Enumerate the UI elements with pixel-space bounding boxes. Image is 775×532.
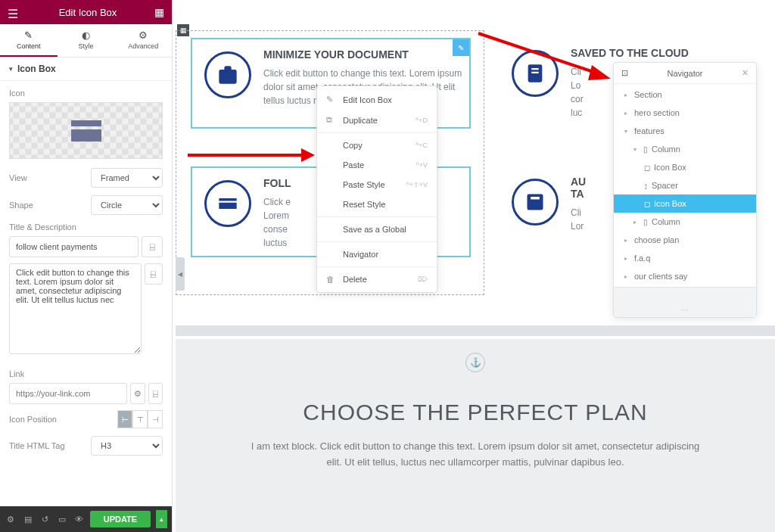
spacer-icon: ↨ xyxy=(644,182,648,190)
sidebar-footer: ⚙ ▤ ↺ ▭ 👁 UPDATE ▴ xyxy=(0,506,172,532)
sidebar-body: Icon ViewFramed ShapeCircle Title & Desc… xyxy=(0,81,172,506)
widgets-icon[interactable] xyxy=(154,5,164,19)
nav-item-clients[interactable]: ▸our clients say xyxy=(614,267,756,285)
update-dropdown[interactable]: ▴ xyxy=(156,510,167,528)
column-icon: ▯ xyxy=(643,145,648,154)
pencil-icon: ✎ xyxy=(326,95,338,104)
icon-circle xyxy=(204,51,251,98)
widget-icon: ◻ xyxy=(644,163,650,172)
ctx-save-global[interactable]: Save as a Global xyxy=(317,219,437,239)
icon-circle xyxy=(512,50,559,97)
dynamic-link-button[interactable]: ⌸ xyxy=(148,383,163,404)
navigator-button[interactable]: ▤ xyxy=(22,512,35,527)
nav-item-iconbox[interactable]: ◻Icon Box xyxy=(614,158,756,176)
label-titledesc: Title & Description xyxy=(9,222,163,232)
collapse-sidebar-button[interactable]: ◀ xyxy=(176,257,185,291)
duplicate-icon: ⧉ xyxy=(326,115,338,125)
ctx-edit[interactable]: ✎Edit Icon Box xyxy=(317,89,437,110)
update-button[interactable]: UPDATE xyxy=(90,511,151,527)
ctx-paste[interactable]: Paste^+V xyxy=(317,155,437,175)
label-view: View xyxy=(9,173,27,182)
widget-icon: ◻ xyxy=(644,200,650,208)
label-titletag: Title HTML Tag xyxy=(9,441,65,450)
card-desc: CliLor xyxy=(571,206,586,233)
nav-item-choose[interactable]: ▸choose plan xyxy=(614,231,756,249)
nav-item-column2[interactable]: ▸▯Column xyxy=(614,213,756,231)
nav-item-iconbox-selected[interactable]: ◻Icon Box xyxy=(614,194,756,213)
ctx-navigator[interactable]: Navigator xyxy=(317,244,437,264)
gear-icon: ⚙ xyxy=(139,30,148,41)
context-menu: ✎Edit Icon Box ⧉Duplicate^+D Copy^+C Pas… xyxy=(316,86,437,293)
icon-preview[interactable] xyxy=(9,102,163,159)
ctx-delete[interactable]: 🗑Delete⌦ xyxy=(317,269,437,289)
label-icon: Icon xyxy=(9,89,163,98)
credit-card-icon xyxy=(217,193,238,214)
iconpos-right[interactable]: ⊣ xyxy=(148,410,163,428)
dock-icon[interactable]: ⊡ xyxy=(621,68,628,78)
responsive-button[interactable]: ▭ xyxy=(56,512,69,527)
style-icon: ◐ xyxy=(82,30,90,41)
link-settings-button[interactable]: ⚙ xyxy=(130,383,145,404)
nav-item-hero[interactable]: ▸hero section xyxy=(614,104,756,122)
ctx-duplicate[interactable]: ⧉Duplicate^+D xyxy=(317,110,437,130)
card-title: SAVED TO THE CLOUD xyxy=(571,47,689,59)
trash-icon: 🗑 xyxy=(326,275,338,284)
book-icon xyxy=(524,63,546,84)
settings-button[interactable]: ⚙ xyxy=(5,512,17,527)
edit-widget-button[interactable]: ✎ xyxy=(453,39,469,56)
section-divider xyxy=(176,325,775,336)
card-title: MINIMIZE YOUR DOCUMENT xyxy=(263,48,465,61)
select-shape[interactable]: Circle xyxy=(91,195,163,215)
dynamic-title-button[interactable]: ⌸ xyxy=(142,236,163,257)
icon-circle xyxy=(204,180,251,227)
navigator-footer[interactable]: ⋯ xyxy=(614,287,756,317)
section-desc: I am text block. Click edit button to ch… xyxy=(248,439,702,471)
nav-item-faq[interactable]: ▸f.a.q xyxy=(614,249,756,267)
ctx-copy[interactable]: Copy^+C xyxy=(317,135,437,155)
navigator-panel: ⊡ Navigator ✕ ▸Section ▸hero section ▾fe… xyxy=(613,62,757,318)
ctx-separator xyxy=(317,241,437,242)
nav-item-section[interactable]: ▸Section xyxy=(614,86,756,104)
tab-style[interactable]: ◐Style xyxy=(58,24,115,57)
icon-position-group: ⊢ ⊤ ⊣ xyxy=(117,410,163,428)
iconpos-top[interactable]: ⊤ xyxy=(132,410,148,428)
label-iconpos: Icon Position xyxy=(9,415,57,424)
label-shape: Shape xyxy=(9,201,33,210)
tab-advanced[interactable]: ⚙Advanced xyxy=(114,24,172,57)
ctx-separator xyxy=(317,216,437,217)
section-title: CHOOSE THE PERFECT PLAN xyxy=(176,400,775,425)
editor-sidebar: Edit Icon Box ✎Content ◐Style ⚙Advanced … xyxy=(0,0,173,532)
section-toggle-iconbox[interactable]: Icon Box xyxy=(0,58,172,81)
calculator-icon xyxy=(524,191,546,213)
column-icon: ▯ xyxy=(643,218,648,226)
input-title[interactable] xyxy=(9,236,139,257)
iconpos-left[interactable]: ⊢ xyxy=(117,410,132,428)
preview-button[interactable]: 👁 xyxy=(73,512,86,527)
card-title: AUTA xyxy=(571,176,586,200)
dynamic-desc-button[interactable]: ⌸ xyxy=(145,263,163,285)
navigator-header[interactable]: ⊡ Navigator ✕ xyxy=(614,63,756,84)
credit-card-icon xyxy=(68,113,104,149)
sidebar-header: Edit Icon Box xyxy=(0,0,172,24)
input-link[interactable] xyxy=(9,383,127,404)
select-titletag[interactable]: H3 xyxy=(91,436,163,456)
choose-plan-section: ⚓ CHOOSE THE PERFECT PLAN I am text bloc… xyxy=(176,339,775,532)
history-button[interactable]: ↺ xyxy=(39,512,51,527)
ctx-paste-style[interactable]: Paste Style^+⇧+V xyxy=(317,175,437,194)
menu-icon[interactable] xyxy=(8,7,21,17)
sidebar-title: Edit Icon Box xyxy=(21,7,154,18)
ctx-separator xyxy=(317,266,437,267)
ctx-separator xyxy=(317,132,437,133)
textarea-description[interactable]: Click edit button to change this text. L… xyxy=(9,263,142,354)
ctx-reset-style[interactable]: Reset Style xyxy=(317,194,437,214)
editor-tabs: ✎Content ◐Style ⚙Advanced xyxy=(0,24,172,58)
nav-item-spacer[interactable]: ↨Spacer xyxy=(614,176,756,194)
nav-item-features[interactable]: ▾features xyxy=(614,122,756,140)
tab-content[interactable]: ✎Content xyxy=(0,24,58,57)
anchor-icon: ⚓ xyxy=(465,353,485,372)
select-view[interactable]: Framed xyxy=(91,168,163,188)
navigator-tree: ▸Section ▸hero section ▾features ▾▯Colum… xyxy=(614,84,756,287)
close-icon[interactable]: ✕ xyxy=(742,68,749,78)
label-link: Link xyxy=(9,369,163,378)
nav-item-column[interactable]: ▾▯Column xyxy=(614,140,756,158)
